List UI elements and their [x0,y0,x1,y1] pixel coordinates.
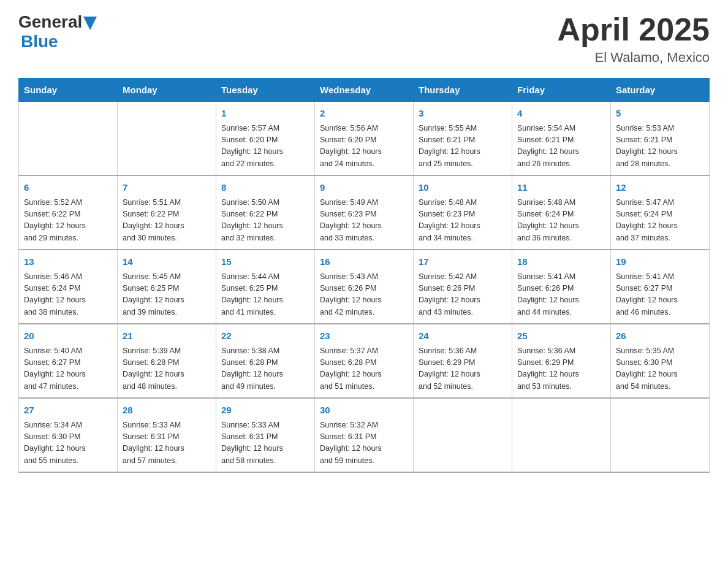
logo-general-text: General [18,12,82,32]
day-info: Sunrise: 5:36 AM Sunset: 6:29 PM Dayligh… [419,345,507,393]
calendar-cell: 23Sunrise: 5:37 AM Sunset: 6:28 PM Dayli… [315,324,414,398]
day-number: 20 [24,329,112,343]
day-info: Sunrise: 5:50 AM Sunset: 6:22 PM Dayligh… [221,197,309,245]
calendar-cell: 8Sunrise: 5:50 AM Sunset: 6:22 PM Daylig… [216,175,315,250]
calendar-cell: 14Sunrise: 5:45 AM Sunset: 6:25 PM Dayli… [118,250,216,324]
calendar-cell [118,102,216,176]
day-info: Sunrise: 5:48 AM Sunset: 6:24 PM Dayligh… [517,197,605,245]
calendar-cell: 9Sunrise: 5:49 AM Sunset: 6:23 PM Daylig… [315,175,414,250]
day-of-week-sunday: Sunday [19,79,118,102]
day-number: 17 [419,255,507,269]
day-of-week-friday: Friday [512,79,611,102]
calendar-cell: 27Sunrise: 5:34 AM Sunset: 6:30 PM Dayli… [19,398,118,472]
day-number: 30 [320,404,408,418]
calendar-cell [512,398,611,472]
day-info: Sunrise: 5:46 AM Sunset: 6:24 PM Dayligh… [24,271,112,319]
calendar-cell: 4Sunrise: 5:54 AM Sunset: 6:21 PM Daylig… [512,102,611,176]
day-number: 12 [616,181,704,195]
calendar-cell: 24Sunrise: 5:36 AM Sunset: 6:29 PM Dayli… [414,324,512,398]
calendar-cell: 11Sunrise: 5:48 AM Sunset: 6:24 PM Dayli… [512,175,611,250]
calendar-cell: 19Sunrise: 5:41 AM Sunset: 6:27 PM Dayli… [611,250,710,324]
calendar-cell: 20Sunrise: 5:40 AM Sunset: 6:27 PM Dayli… [19,324,118,398]
calendar-table: SundayMondayTuesdayWednesdayThursdayFrid… [18,78,710,473]
calendar-cell: 26Sunrise: 5:35 AM Sunset: 6:30 PM Dayli… [611,324,710,398]
day-info: Sunrise: 5:33 AM Sunset: 6:31 PM Dayligh… [123,419,211,467]
day-number: 16 [320,255,408,269]
calendar-cell: 28Sunrise: 5:33 AM Sunset: 6:31 PM Dayli… [118,398,216,472]
day-number: 25 [517,329,605,343]
calendar-cell: 22Sunrise: 5:38 AM Sunset: 6:28 PM Dayli… [216,324,315,398]
calendar-week-row: 13Sunrise: 5:46 AM Sunset: 6:24 PM Dayli… [19,250,710,324]
calendar-cell: 13Sunrise: 5:46 AM Sunset: 6:24 PM Dayli… [19,250,118,324]
logo-blue-text: Blue [21,32,58,51]
day-number: 3 [419,107,507,121]
day-of-week-wednesday: Wednesday [315,79,414,102]
day-info: Sunrise: 5:41 AM Sunset: 6:27 PM Dayligh… [616,271,704,319]
day-info: Sunrise: 5:37 AM Sunset: 6:28 PM Dayligh… [320,345,408,393]
calendar-cell [611,398,710,472]
calendar-cell: 5Sunrise: 5:53 AM Sunset: 6:21 PM Daylig… [611,102,710,176]
day-of-week-thursday: Thursday [414,79,512,102]
day-info: Sunrise: 5:54 AM Sunset: 6:21 PM Dayligh… [517,123,605,170]
calendar-cell: 10Sunrise: 5:48 AM Sunset: 6:23 PM Dayli… [414,175,512,250]
day-info: Sunrise: 5:33 AM Sunset: 6:31 PM Dayligh… [221,419,309,467]
calendar-week-row: 27Sunrise: 5:34 AM Sunset: 6:30 PM Dayli… [19,398,710,472]
calendar-cell: 2Sunrise: 5:56 AM Sunset: 6:20 PM Daylig… [315,102,414,176]
calendar-subtitle: El Walamo, Mexico [557,50,710,66]
day-number: 28 [123,404,211,418]
day-number: 22 [221,329,309,343]
calendar-cell: 1Sunrise: 5:57 AM Sunset: 6:20 PM Daylig… [216,102,315,176]
page-header: General Blue April 2025 El Walamo, Mexic… [18,12,710,66]
day-info: Sunrise: 5:40 AM Sunset: 6:27 PM Dayligh… [24,345,112,393]
day-number: 5 [616,107,704,121]
calendar-cell: 3Sunrise: 5:55 AM Sunset: 6:21 PM Daylig… [414,102,512,176]
calendar-week-row: 6Sunrise: 5:52 AM Sunset: 6:22 PM Daylig… [19,175,710,250]
day-info: Sunrise: 5:44 AM Sunset: 6:25 PM Dayligh… [221,271,309,319]
calendar-cell [414,398,512,472]
day-info: Sunrise: 5:55 AM Sunset: 6:21 PM Dayligh… [419,123,507,170]
day-info: Sunrise: 5:53 AM Sunset: 6:21 PM Dayligh… [616,123,704,170]
calendar-header: SundayMondayTuesdayWednesdayThursdayFrid… [19,79,710,102]
calendar-week-row: 20Sunrise: 5:40 AM Sunset: 6:27 PM Dayli… [19,324,710,398]
day-of-week-monday: Monday [118,79,216,102]
calendar-cell: 21Sunrise: 5:39 AM Sunset: 6:28 PM Dayli… [118,324,216,398]
day-number: 26 [616,329,704,343]
day-info: Sunrise: 5:49 AM Sunset: 6:23 PM Dayligh… [320,197,408,245]
day-info: Sunrise: 5:51 AM Sunset: 6:22 PM Dayligh… [123,197,211,245]
calendar-cell: 29Sunrise: 5:33 AM Sunset: 6:31 PM Dayli… [216,398,315,472]
day-info: Sunrise: 5:39 AM Sunset: 6:28 PM Dayligh… [123,345,211,393]
calendar-cell: 30Sunrise: 5:32 AM Sunset: 6:31 PM Dayli… [315,398,414,472]
day-number: 13 [24,255,112,269]
day-number: 29 [221,404,309,418]
calendar-cell: 17Sunrise: 5:42 AM Sunset: 6:26 PM Dayli… [414,250,512,324]
day-number: 11 [517,181,605,195]
day-number: 19 [616,255,704,269]
day-info: Sunrise: 5:42 AM Sunset: 6:26 PM Dayligh… [419,271,507,319]
calendar-cell: 6Sunrise: 5:52 AM Sunset: 6:22 PM Daylig… [19,175,118,250]
calendar-cell: 25Sunrise: 5:36 AM Sunset: 6:29 PM Dayli… [512,324,611,398]
day-info: Sunrise: 5:57 AM Sunset: 6:20 PM Dayligh… [221,123,309,170]
logo: General Blue [18,12,97,52]
calendar-cell: 12Sunrise: 5:47 AM Sunset: 6:24 PM Dayli… [611,175,710,250]
day-number: 27 [24,404,112,418]
day-number: 24 [419,329,507,343]
days-of-week-row: SundayMondayTuesdayWednesdayThursdayFrid… [19,79,710,102]
day-number: 6 [24,181,112,195]
day-number: 4 [517,107,605,121]
day-number: 14 [123,255,211,269]
day-info: Sunrise: 5:35 AM Sunset: 6:30 PM Dayligh… [616,345,704,393]
day-info: Sunrise: 5:43 AM Sunset: 6:26 PM Dayligh… [320,271,408,319]
calendar-title-block: April 2025 El Walamo, Mexico [557,12,710,66]
day-info: Sunrise: 5:36 AM Sunset: 6:29 PM Dayligh… [517,345,605,393]
day-number: 18 [517,255,605,269]
day-number: 1 [221,107,309,121]
day-info: Sunrise: 5:52 AM Sunset: 6:22 PM Dayligh… [24,197,112,245]
day-info: Sunrise: 5:34 AM Sunset: 6:30 PM Dayligh… [24,419,112,467]
day-info: Sunrise: 5:56 AM Sunset: 6:20 PM Dayligh… [320,123,408,170]
calendar-body: 1Sunrise: 5:57 AM Sunset: 6:20 PM Daylig… [19,102,710,473]
calendar-cell: 16Sunrise: 5:43 AM Sunset: 6:26 PM Dayli… [315,250,414,324]
svg-marker-0 [83,17,97,30]
day-info: Sunrise: 5:47 AM Sunset: 6:24 PM Dayligh… [616,197,704,245]
day-info: Sunrise: 5:45 AM Sunset: 6:25 PM Dayligh… [123,271,211,319]
day-number: 8 [221,181,309,195]
